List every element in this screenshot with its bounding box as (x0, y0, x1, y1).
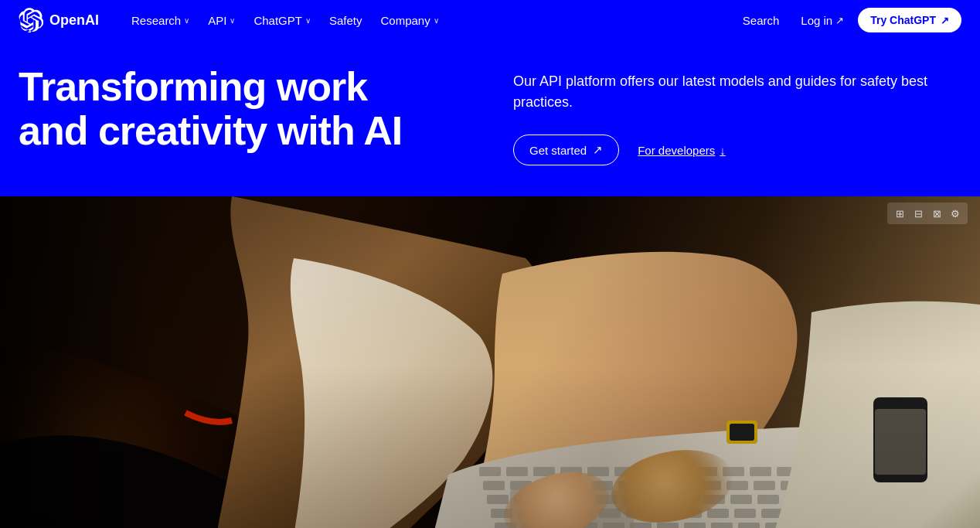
logo[interactable]: OpenAI (19, 8, 99, 32)
hero-section: Transforming work and creativity with AI… (0, 40, 980, 196)
hero-image-section: ⊞ ⊟ ⊠ ⚙ (0, 196, 980, 528)
toolbar-icon-3[interactable]: ⊠ (929, 206, 944, 221)
login-button[interactable]: Log in ↗ (793, 9, 852, 32)
search-button[interactable]: Search (735, 9, 788, 32)
hero-description: Our API platform offers our latest model… (513, 71, 961, 113)
try-chatgpt-button[interactable]: Try ChatGPT ↗ (858, 8, 961, 32)
openai-logo-icon (19, 8, 43, 32)
for-developers-button[interactable]: For developers ↓ (638, 144, 726, 157)
hero-buttons: Get started ↗ For developers ↓ (513, 135, 961, 165)
navbar: OpenAI Research ∨ API ∨ ChatGPT ∨ Safety… (0, 0, 980, 40)
chevron-down-icon: ∨ (230, 16, 235, 25)
chevron-down-icon: ∨ (305, 16, 311, 25)
nav-right: Search Log in ↗ Try ChatGPT ↗ (735, 8, 961, 32)
logo-text: OpenAI (49, 12, 99, 29)
chevron-down-icon: ∨ (434, 16, 439, 25)
hero-image (0, 196, 980, 528)
nav-chatgpt[interactable]: ChatGPT ∨ (246, 9, 318, 32)
toolbar-icon-settings[interactable]: ⚙ (948, 206, 963, 221)
nav-company[interactable]: Company ∨ (373, 9, 446, 32)
nav-safety[interactable]: Safety (322, 9, 370, 32)
toolbar-icon-1[interactable]: ⊞ (892, 206, 907, 221)
hero-title: Transforming work and creativity with AI (19, 65, 420, 153)
nav-research[interactable]: Research ∨ (124, 9, 197, 32)
hero-right: Our API platform offers our latest model… (513, 65, 961, 165)
get-started-button[interactable]: Get started ↗ (513, 135, 619, 165)
toolbar-icon-2[interactable]: ⊟ (910, 206, 926, 221)
nav-api[interactable]: API ∨ (200, 9, 243, 32)
image-toolbar: ⊞ ⊟ ⊠ ⚙ (887, 203, 968, 224)
chevron-down-icon: ∨ (184, 16, 189, 25)
hero-left: Transforming work and creativity with AI (19, 65, 482, 153)
nav-links: Research ∨ API ∨ ChatGPT ∨ Safety Compan… (124, 9, 735, 32)
